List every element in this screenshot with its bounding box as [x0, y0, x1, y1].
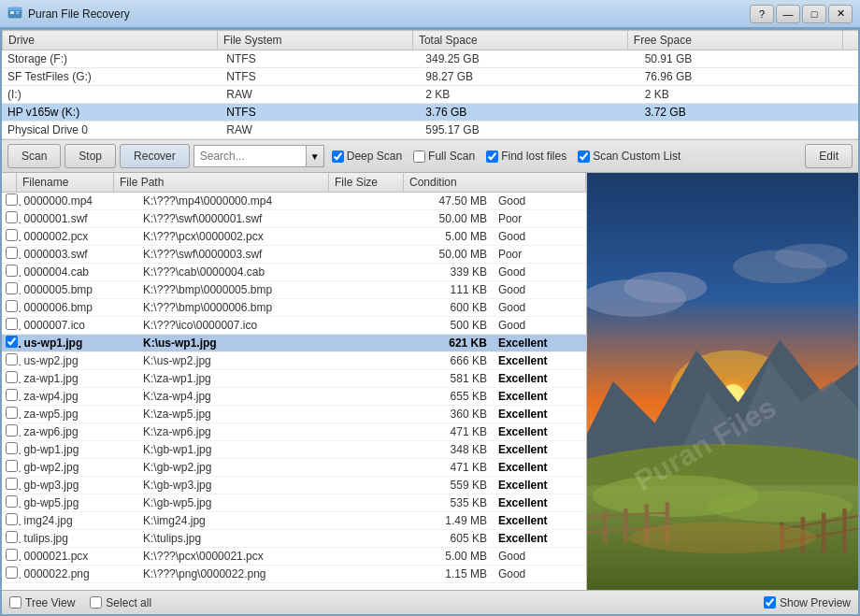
file-checkbox[interactable] — [6, 211, 18, 223]
file-checkbox-cell[interactable] — [2, 228, 21, 246]
file-checkbox-cell[interactable] — [2, 299, 21, 317]
file-checkbox-cell[interactable] — [2, 335, 21, 352]
file-checkbox-cell[interactable] — [2, 193, 21, 210]
file-row[interactable]: 0000005.bmp K:\???\bmp\0000005.bmp 111 K… — [2, 281, 586, 299]
file-checkbox[interactable] — [6, 424, 18, 437]
file-checkbox-cell[interactable] — [2, 246, 21, 264]
show-preview-checkbox[interactable] — [764, 596, 776, 609]
select-all-checkbox[interactable] — [90, 596, 102, 609]
file-size: 666 KB — [403, 352, 494, 370]
tree-view-label[interactable]: Tree View — [9, 596, 75, 609]
file-row[interactable]: 0000002.pcx K:\???\pcx\0000002.pcx 5.00 … — [2, 228, 586, 246]
file-checkbox-cell[interactable] — [2, 530, 21, 548]
file-row[interactable]: tulips.jpg K:\tulips.jpg 605 KB Excellen… — [2, 530, 586, 548]
file-checkbox[interactable] — [6, 566, 18, 579]
deep-scan-label: Deep Scan — [347, 150, 402, 163]
file-checkbox[interactable] — [6, 193, 18, 206]
file-row[interactable]: img24.jpg K:\img24.jpg 1.49 MB Excellent — [2, 512, 586, 530]
drive-scroll-container[interactable]: Storage (F:) NTFS 349.25 GB 50.91 GB SF … — [2, 50, 858, 139]
deep-scan-checkbox-label[interactable]: Deep Scan — [332, 150, 402, 163]
file-row[interactable]: za-wp1.jpg K:\za-wp1.jpg 581 KB Excellen… — [2, 370, 586, 388]
scan-button[interactable]: Scan — [7, 144, 61, 168]
file-checkbox-cell[interactable] — [2, 352, 21, 370]
search-dropdown-button[interactable]: ▼ — [306, 145, 324, 167]
close-button[interactable]: ✕ — [828, 5, 853, 23]
file-row[interactable]: za-wp5.jpg K:\za-wp5.jpg 360 KB Excellen… — [2, 406, 586, 423]
file-checkbox[interactable] — [6, 229, 18, 241]
full-scan-checkbox-label[interactable]: Full Scan — [413, 150, 475, 163]
file-checkbox[interactable] — [6, 318, 18, 330]
file-row[interactable]: gb-wp1.jpg K:\gb-wp1.jpg 348 KB Excellen… — [2, 441, 586, 459]
file-row[interactable]: 0000001.swf K:\???\swf\0000001.swf 50.00… — [2, 210, 586, 228]
file-checkbox[interactable] — [6, 336, 18, 348]
maximize-button[interactable]: □ — [802, 5, 826, 23]
file-checkbox[interactable] — [6, 460, 18, 472]
tree-view-checkbox[interactable] — [9, 596, 22, 609]
file-row[interactable]: gb-wp2.jpg K:\gb-wp2.jpg 471 KB Excellen… — [2, 459, 586, 477]
file-checkbox[interactable] — [6, 300, 18, 312]
drive-row[interactable]: Physical Drive 0 RAW 595.17 GB — [2, 122, 858, 139]
file-checkbox[interactable] — [6, 353, 18, 365]
deep-scan-checkbox[interactable] — [332, 150, 344, 163]
file-checkbox[interactable] — [6, 265, 18, 277]
scan-custom-list-checkbox-label[interactable]: Scan Custom List — [578, 150, 681, 163]
file-checkbox[interactable] — [6, 549, 18, 561]
file-scroll[interactable]: 0000000.mp4 K:\???\mp4\0000000.mp4 47.50… — [2, 193, 586, 590]
find-lost-files-checkbox-label[interactable]: Find lost files — [486, 150, 566, 163]
find-lost-files-checkbox[interactable] — [486, 150, 498, 163]
file-checkbox[interactable] — [6, 247, 18, 259]
file-row[interactable]: 0000003.swf K:\???\swf\0000003.swf 50.00… — [2, 246, 586, 264]
file-checkbox-cell[interactable] — [2, 423, 21, 441]
file-checkbox[interactable] — [6, 282, 18, 294]
file-row[interactable]: us-wp1.jpg K:\us-wp1.jpg 621 KB Excellen… — [2, 335, 586, 352]
file-checkbox[interactable] — [6, 407, 18, 419]
file-checkbox-cell[interactable] — [2, 406, 21, 423]
file-row[interactable]: 0000006.bmp K:\???\bmp\0000006.bmp 600 K… — [2, 299, 586, 317]
file-checkbox[interactable] — [6, 478, 18, 490]
recover-button[interactable]: Recover — [120, 144, 190, 168]
file-checkbox[interactable] — [6, 531, 18, 543]
file-checkbox-cell[interactable] — [2, 370, 21, 388]
file-checkbox-cell[interactable] — [2, 459, 21, 477]
file-checkbox-cell[interactable] — [2, 512, 21, 530]
search-input[interactable] — [194, 145, 324, 167]
file-checkbox[interactable] — [6, 495, 18, 508]
file-checkbox-cell[interactable] — [2, 210, 21, 228]
file-checkbox-cell[interactable] — [2, 548, 21, 566]
show-preview-label[interactable]: Show Preview — [764, 596, 851, 609]
file-row[interactable]: za-wp6.jpg K:\za-wp6.jpg 471 KB Excellen… — [2, 423, 586, 441]
file-checkbox[interactable] — [6, 513, 18, 525]
drive-row[interactable]: (I:) RAW 2 KB 2 KB — [2, 86, 858, 104]
stop-button[interactable]: Stop — [64, 144, 116, 168]
file-row[interactable]: gb-wp5.jpg K:\gb-wp5.jpg 535 KB Excellen… — [2, 494, 586, 512]
file-checkbox[interactable] — [6, 371, 18, 383]
file-row[interactable]: 0000021.pcx K:\???\pcx\0000021.pcx 5.00 … — [2, 548, 586, 566]
file-row[interactable]: 0000004.cab K:\???\cab\0000004.cab 339 K… — [2, 264, 586, 281]
file-name: 0000003.swf — [21, 246, 139, 264]
file-row[interactable]: 0000007.ico K:\???\ico\0000007.ico 500 K… — [2, 317, 586, 335]
help-button[interactable]: ? — [750, 5, 774, 23]
select-all-label[interactable]: Select all — [90, 596, 151, 609]
minimize-button[interactable]: — — [776, 5, 800, 23]
file-row[interactable]: za-wp4.jpg K:\za-wp4.jpg 655 KB Excellen… — [2, 388, 586, 406]
drive-row[interactable]: HP v165w (K:) NTFS 3.76 GB 3.72 GB — [2, 104, 858, 122]
file-checkbox-cell[interactable] — [2, 441, 21, 459]
drive-row[interactable]: Storage (F:) NTFS 349.25 GB 50.91 GB — [2, 50, 858, 68]
file-checkbox-cell[interactable] — [2, 281, 21, 299]
file-checkbox-cell[interactable] — [2, 494, 21, 512]
file-row[interactable]: 0000000.mp4 K:\???\mp4\0000000.mp4 47.50… — [2, 193, 586, 210]
edit-button[interactable]: Edit — [805, 144, 853, 168]
file-checkbox-cell[interactable] — [2, 317, 21, 335]
file-checkbox-cell[interactable] — [2, 388, 21, 406]
full-scan-checkbox[interactable] — [413, 150, 425, 163]
file-row[interactable]: gb-wp3.jpg K:\gb-wp3.jpg 559 KB Excellen… — [2, 477, 586, 494]
file-checkbox[interactable] — [6, 389, 18, 401]
drive-row[interactable]: SF TestFiles (G:) NTFS 98.27 GB 76.96 GB — [2, 68, 858, 86]
file-checkbox-cell[interactable] — [2, 566, 21, 583]
file-checkbox-cell[interactable] — [2, 477, 21, 494]
file-row[interactable]: us-wp2.jpg K:\us-wp2.jpg 666 KB Excellen… — [2, 352, 586, 370]
scan-custom-list-checkbox[interactable] — [578, 150, 590, 163]
file-row[interactable]: 0000022.png K:\???\png\0000022.png 1.15 … — [2, 566, 586, 583]
file-checkbox[interactable] — [6, 442, 18, 454]
file-checkbox-cell[interactable] — [2, 264, 21, 281]
